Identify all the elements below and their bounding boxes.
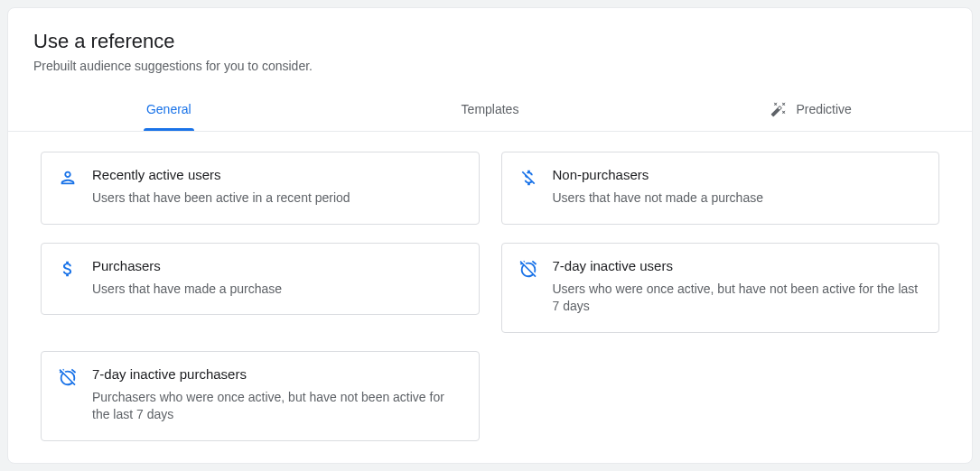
reference-panel: Use a reference Prebuilt audience sugges…: [7, 7, 973, 464]
card-seven-day-inactive-users[interactable]: 7-day inactive users Users who were once…: [501, 243, 940, 333]
tab-general[interactable]: General: [8, 88, 330, 131]
card-purchasers[interactable]: Purchasers Users that have made a purcha…: [41, 243, 480, 316]
alarm-off-icon: [518, 259, 538, 279]
panel-title: Use a reference: [33, 30, 947, 53]
card-title: 7-day inactive purchasers: [92, 366, 462, 382]
card-description: Users that have not made a purchase: [553, 189, 923, 208]
card-body: Purchasers Users that have made a purcha…: [92, 258, 462, 299]
card-seven-day-inactive-purchasers[interactable]: 7-day inactive purchasers Purchasers who…: [41, 351, 480, 441]
card-body: 7-day inactive users Users who were once…: [553, 258, 923, 316]
tabs: General Templates Predictive: [8, 88, 972, 132]
person-icon: [58, 168, 78, 188]
card-description: Purchasers who were once active, but hav…: [92, 389, 462, 424]
cards-grid: Recently active users Users that have be…: [8, 132, 972, 463]
card-body: 7-day inactive purchasers Purchasers who…: [92, 366, 462, 424]
card-body: Recently active users Users that have be…: [92, 167, 462, 208]
tab-label: Predictive: [796, 102, 851, 116]
card-title: Non-purchasers: [553, 167, 923, 182]
card-body: Non-purchasers Users that have not made …: [553, 167, 923, 208]
magic-wand-icon: [770, 101, 787, 117]
card-non-purchasers[interactable]: Non-purchasers Users that have not made …: [501, 152, 940, 225]
card-description: Users who were once active, but have not…: [553, 281, 923, 316]
card-title: Purchasers: [92, 258, 462, 273]
alarm-off-icon: [58, 367, 78, 387]
card-title: Recently active users: [92, 167, 462, 182]
tab-label: Templates: [462, 102, 519, 116]
card-description: Users that have made a purchase: [92, 281, 462, 299]
tab-templates[interactable]: Templates: [330, 88, 651, 131]
panel-header: Use a reference Prebuilt audience sugges…: [8, 8, 972, 88]
card-title: 7-day inactive users: [553, 258, 923, 273]
card-description: Users that have been active in a recent …: [92, 189, 462, 208]
money-off-icon: [518, 168, 538, 188]
tab-label: General: [146, 102, 191, 116]
tab-predictive[interactable]: Predictive: [650, 88, 972, 131]
panel-subtitle: Prebuilt audience suggestions for you to…: [33, 59, 947, 73]
dollar-icon: [58, 259, 78, 279]
card-recently-active-users[interactable]: Recently active users Users that have be…: [41, 152, 480, 225]
